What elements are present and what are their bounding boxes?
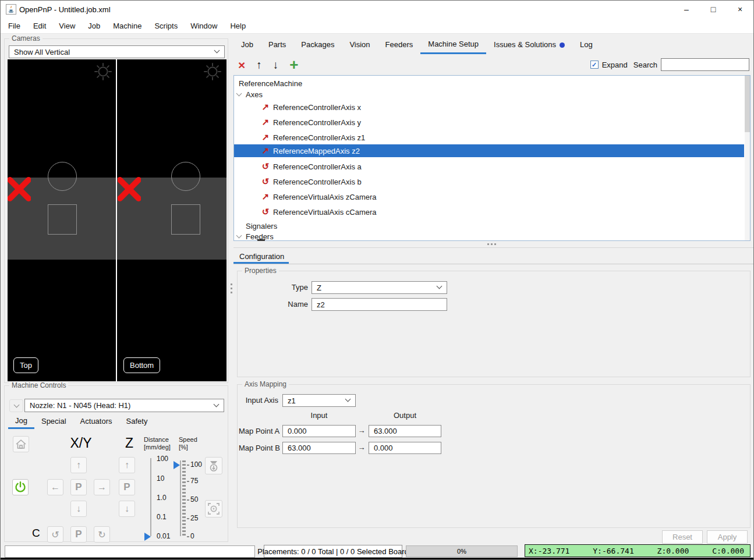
rotate-cw-button[interactable]: ↻ bbox=[94, 526, 110, 543]
distance-slider-handle[interactable] bbox=[144, 533, 151, 541]
speed-tick: 100 bbox=[187, 460, 202, 469]
tab-special[interactable]: Special bbox=[34, 414, 73, 429]
machine-controls-tab-bar: Jog Special Actuators Safety bbox=[8, 414, 154, 429]
down-arrow-icon: ↓ bbox=[76, 504, 81, 514]
power-icon bbox=[14, 481, 27, 494]
dispense-button[interactable] bbox=[205, 457, 222, 474]
speed-slider-track[interactable] bbox=[180, 460, 181, 536]
camera-view-top[interactable]: Top bbox=[8, 59, 116, 381]
expand-checkbox[interactable]: ✓ bbox=[590, 61, 599, 69]
park-c-button[interactable]: P bbox=[70, 526, 87, 543]
input-axis-dropdown[interactable]: z1 bbox=[282, 394, 356, 407]
menu-scripts[interactable]: Scripts bbox=[148, 22, 184, 30]
machine-controls-group-label: Machine Controls bbox=[9, 381, 68, 389]
menu-window[interactable]: Window bbox=[184, 22, 224, 30]
menu-machine[interactable]: Machine bbox=[107, 22, 148, 30]
map-arrow-icon: → bbox=[356, 443, 367, 452]
tree-node-feeders[interactable]: Feeders bbox=[234, 231, 744, 242]
reset-button[interactable]: Reset bbox=[662, 530, 703, 544]
collapse-controls-button[interactable] bbox=[9, 399, 23, 412]
chevron-down-icon[interactable] bbox=[236, 233, 242, 239]
apply-button[interactable]: Apply bbox=[707, 530, 748, 544]
tree-node-axes[interactable]: Axes bbox=[234, 89, 744, 100]
jog-z-plus-button[interactable]: ↑ bbox=[119, 457, 135, 473]
add-icon[interactable]: + bbox=[289, 57, 298, 72]
tree-node-reference-machine[interactable]: ReferenceMachine bbox=[234, 78, 744, 88]
menu-help[interactable]: Help bbox=[224, 22, 252, 30]
camera-view-dropdown[interactable]: Show All Vertical bbox=[9, 45, 225, 58]
rotate-ccw-button[interactable]: ↺ bbox=[47, 526, 63, 543]
maximize-button[interactable]: □ bbox=[700, 1, 727, 18]
fiducial-circle bbox=[48, 162, 77, 191]
menu-view[interactable]: View bbox=[52, 22, 82, 30]
tree-node-axis-z2-selected[interactable]: ↗ ReferenceMappedAxis z2 bbox=[234, 144, 744, 157]
tree-node-axis-y[interactable]: ↗ ReferenceControllerAxis y bbox=[234, 115, 744, 129]
tab-configuration[interactable]: Configuration bbox=[239, 252, 284, 261]
map-point-a-output-field[interactable]: 63.000 bbox=[369, 425, 441, 437]
type-dropdown[interactable]: Z bbox=[311, 281, 447, 294]
tree-node-axis-z1[interactable]: ↗ ReferenceControllerAxis z1 bbox=[234, 130, 744, 144]
camera-name-label: Top bbox=[13, 357, 38, 373]
park-icon: P bbox=[75, 481, 82, 493]
name-field[interactable]: z2 bbox=[311, 298, 447, 311]
tab-parts[interactable]: Parts bbox=[261, 36, 293, 54]
park-xy-button[interactable]: P bbox=[70, 479, 87, 495]
jog-z-minus-button[interactable]: ↓ bbox=[119, 501, 135, 517]
tree-scrollbar-thumb[interactable] bbox=[745, 76, 750, 132]
tab-safety[interactable]: Safety bbox=[119, 414, 155, 429]
map-point-b-input-field[interactable]: 63.000 bbox=[282, 442, 356, 454]
horizontal-splitter[interactable] bbox=[233, 241, 753, 247]
park-z-button[interactable]: P bbox=[119, 479, 135, 495]
delete-icon[interactable]: × bbox=[238, 59, 245, 71]
jog-y-minus-button[interactable]: ↓ bbox=[70, 501, 87, 517]
tab-packages[interactable]: Packages bbox=[293, 36, 342, 54]
tab-machine-setup[interactable]: Machine Setup bbox=[420, 36, 486, 54]
jog-y-plus-button[interactable]: ↑ bbox=[70, 457, 87, 473]
rotate-ccw-icon: ↺ bbox=[51, 529, 59, 540]
move-up-icon[interactable]: ↑ bbox=[256, 59, 262, 70]
tab-job[interactable]: Job bbox=[233, 36, 261, 54]
position-camera-button[interactable] bbox=[205, 500, 222, 518]
camera-capture-icon bbox=[207, 502, 220, 515]
distance-slider-track[interactable] bbox=[150, 458, 151, 536]
speed-slider-handle[interactable] bbox=[174, 461, 180, 469]
search-input[interactable] bbox=[661, 58, 749, 71]
chevron-down-icon[interactable] bbox=[236, 91, 242, 97]
configuration-tab-divider bbox=[233, 264, 753, 264]
park-icon: P bbox=[75, 529, 82, 540]
power-button[interactable] bbox=[12, 479, 29, 495]
tree-node-axis-zcamera[interactable]: ↗ ReferenceVirtualAxis zCamera bbox=[234, 190, 744, 204]
tab-actuators[interactable]: Actuators bbox=[73, 414, 119, 429]
map-point-b-output-field[interactable]: 0.000 bbox=[369, 442, 441, 454]
jog-x-plus-button[interactable]: → bbox=[94, 479, 110, 495]
up-arrow-icon: ↑ bbox=[125, 460, 129, 470]
menu-file[interactable]: File bbox=[2, 22, 27, 30]
tree-scrollbar[interactable] bbox=[745, 76, 750, 240]
menu-job[interactable]: Job bbox=[82, 22, 107, 30]
tree-node-axis-ccamera[interactable]: ↺ ReferenceVirtualAxis cCamera bbox=[234, 205, 744, 219]
map-point-a-input-field[interactable]: 0.000 bbox=[282, 425, 356, 437]
tree-node-signalers[interactable]: Signalers bbox=[234, 221, 744, 231]
move-down-icon[interactable]: ↓ bbox=[273, 59, 279, 70]
tree-node-axis-x[interactable]: ↗ ReferenceControllerAxis x bbox=[234, 100, 744, 114]
tab-issues-solutions[interactable]: Issues & Solutions bbox=[486, 36, 572, 54]
jog-x-minus-button[interactable]: ← bbox=[47, 479, 63, 495]
nozzle-dropdown[interactable]: Nozzle: N1 - N045 (Head: H1) bbox=[24, 399, 224, 412]
tab-feeders[interactable]: Feeders bbox=[378, 36, 421, 54]
tab-vision[interactable]: Vision bbox=[342, 36, 377, 54]
tab-jog[interactable]: Jog bbox=[8, 414, 34, 429]
tab-log[interactable]: Log bbox=[572, 36, 600, 54]
tree-node-axis-a[interactable]: ↺ ReferenceControllerAxis a bbox=[234, 160, 744, 173]
check-icon: ✓ bbox=[592, 61, 597, 69]
minimize-button[interactable]: – bbox=[673, 1, 700, 18]
menu-edit[interactable]: Edit bbox=[27, 22, 52, 30]
close-button[interactable]: × bbox=[727, 1, 753, 18]
linear-axis-icon: ↗ bbox=[260, 192, 271, 202]
tree-node-axis-b[interactable]: ↺ ReferenceControllerAxis b bbox=[234, 175, 744, 189]
machine-setup-tree: ReferenceMachine Axes ↗ ReferenceControl… bbox=[233, 75, 751, 241]
configuration-panel: Configuration Properties Type Z Name z2 … bbox=[233, 247, 753, 545]
dispense-icon bbox=[208, 459, 220, 472]
camera-view-bottom[interactable]: Bottom bbox=[117, 59, 226, 381]
home-button[interactable] bbox=[13, 436, 29, 452]
type-label: Type bbox=[261, 283, 308, 292]
